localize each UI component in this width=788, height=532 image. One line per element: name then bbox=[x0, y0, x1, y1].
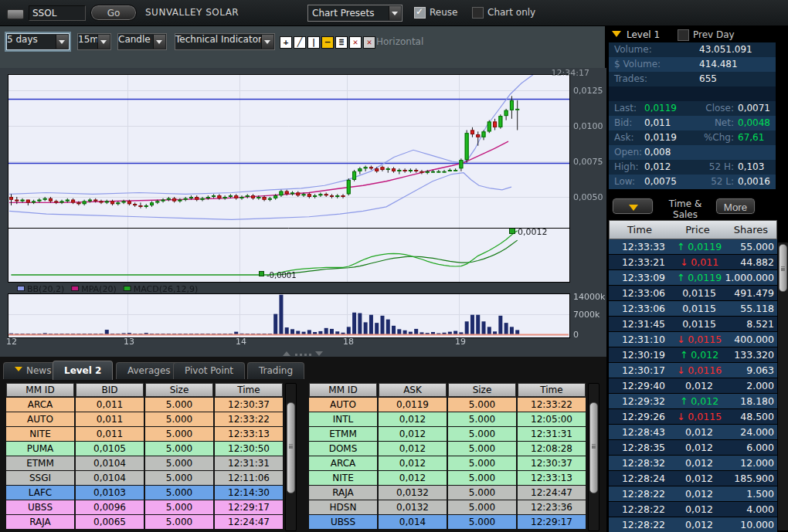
chevron-down-icon[interactable] bbox=[153, 35, 165, 49]
time-sales-row[interactable]: 12:29:26↓ 0,011548.500 bbox=[609, 409, 777, 424]
time-cell: 12:29:26 bbox=[615, 409, 672, 424]
more-button[interactable]: More bbox=[716, 198, 755, 214]
reuse-checkbox[interactable] bbox=[414, 7, 426, 19]
table-row-bid[interactable]: SSGI0,01045.00012:11:06 bbox=[6, 471, 283, 485]
time-sales-row[interactable]: 12:29:400,0122.000 bbox=[609, 378, 777, 393]
tab-trading[interactable]: Trading bbox=[247, 362, 304, 379]
time-cell: 12:28:32 bbox=[615, 456, 672, 470]
time-sales-row[interactable]: 12:28:240,012185.900 bbox=[609, 471, 777, 486]
time-sales-row[interactable]: 12:33:09↑ 0,01191.000.000 bbox=[609, 270, 777, 285]
chevron-down-icon[interactable] bbox=[389, 6, 401, 20]
technical-indicators-dropdown[interactable]: Technical Indicators bbox=[175, 33, 275, 50]
time-sales-row[interactable]: 12:28:350,0126.000 bbox=[609, 440, 777, 455]
table-row-bid[interactable]: LAFC0,01035.00012:14:30 bbox=[6, 486, 283, 500]
scrollbar-thumb[interactable] bbox=[287, 402, 295, 493]
time-sales-row[interactable]: 12:33:060,0115491.479 bbox=[609, 286, 777, 300]
size-cell: 5.000 bbox=[145, 456, 213, 470]
shares-cell: 6.000 bbox=[709, 440, 774, 455]
time-sales-row[interactable]: 12:31:450,01158.521 bbox=[609, 317, 777, 331]
time-sales-row[interactable]: 12:30:17↓ 0,01169.063 bbox=[609, 363, 777, 378]
chart-only-label: Chart only bbox=[487, 7, 535, 18]
time-sales-scrollbar[interactable] bbox=[777, 242, 788, 531]
mm-id-cell: AUTO bbox=[6, 412, 74, 426]
time-sales-row[interactable]: 12:28:320,01212.000 bbox=[609, 456, 777, 470]
prev-day-checkbox[interactable] bbox=[678, 29, 689, 41]
table-row-bid[interactable]: NITE0,0115.00012:33:13 bbox=[6, 427, 283, 441]
table-row-bid[interactable]: RAJA0,00655.00012:24:47 bbox=[6, 515, 283, 529]
tab-pivot-point[interactable]: Pivot Point bbox=[173, 362, 245, 379]
table-row-bid[interactable]: ARCA0,0115.00012:30:37 bbox=[6, 398, 283, 412]
price-cell: 0,012 bbox=[379, 456, 447, 470]
scrollbar-thumb[interactable] bbox=[589, 402, 598, 493]
time-sales-row[interactable]: 12:28:220,0121.500 bbox=[609, 486, 777, 501]
go-button[interactable]: Go bbox=[91, 5, 136, 20]
table-row-ask[interactable]: AUTO0,01195.00012:33:22 bbox=[309, 398, 586, 412]
trend-line-tool-icon[interactable]: ╱ bbox=[294, 36, 306, 49]
time-cell: 12:28:22 bbox=[615, 502, 672, 517]
tab-level-2[interactable]: Level 2 bbox=[53, 361, 113, 380]
table-row-ask[interactable]: ETMM0,0125.00012:31:31 bbox=[309, 427, 586, 441]
table-row-bid[interactable]: ETMM0,01045.00012:31:31 bbox=[6, 456, 283, 470]
table-row-ask[interactable]: NITE0,0125.00012:33:13 bbox=[309, 471, 586, 485]
level1-row: High:0,01252 H:0,103 bbox=[609, 160, 776, 175]
time-sales-row[interactable]: 12:28:430,01224.000 bbox=[609, 425, 777, 439]
time-sales-row[interactable]: 12:33:21↓ 0,01144.882 bbox=[609, 255, 777, 269]
fibonacci-lines-tool-icon[interactable]: ≣ bbox=[335, 36, 348, 49]
window-icon[interactable] bbox=[7, 9, 24, 19]
table-row-bid[interactable]: AUTO0,0115.00012:33:22 bbox=[6, 412, 283, 426]
table-row-ask[interactable]: RAJA0,01325.00012:24:47 bbox=[309, 486, 586, 500]
time-sales-row[interactable]: 12:28:220,01210.000 bbox=[609, 517, 777, 532]
chart-presets-dropdown[interactable]: Chart Presets bbox=[307, 5, 402, 22]
bid-table: MM IDBIDSizeTimeARCA0,0115.00012:30:37AU… bbox=[6, 383, 283, 530]
period-dropdown[interactable]: 5 days bbox=[6, 33, 70, 50]
size-cell: 5.000 bbox=[448, 456, 516, 470]
symbol-input[interactable] bbox=[29, 5, 86, 21]
scrollbar-thumb[interactable] bbox=[779, 244, 787, 292]
time-sales-row[interactable]: 12:33:060,011555.118 bbox=[609, 301, 777, 316]
time-sales-row[interactable]: 12:30:19↑ 0,012133.320 bbox=[609, 347, 777, 362]
delete-drawing-tool-icon[interactable]: ✕ bbox=[349, 36, 362, 49]
table-row-ask[interactable]: ARCA0,0125.00012:30:37 bbox=[309, 456, 586, 470]
chevron-down-icon[interactable] bbox=[261, 35, 273, 49]
table-row-ask[interactable]: UBSS0,0145.00012:29:17 bbox=[309, 515, 586, 529]
level1-row: Low:0,007552 L:0,0016 bbox=[609, 175, 776, 189]
chevron-down-icon[interactable] bbox=[97, 35, 110, 49]
price-volume-chart[interactable] bbox=[0, 68, 606, 357]
time-sales-row[interactable]: 12:33:33↑ 0,011955.000 bbox=[609, 239, 777, 254]
mm-id-cell: HDSN bbox=[309, 500, 377, 514]
crosshair-tool-icon[interactable]: + bbox=[280, 36, 292, 49]
level1-spacer bbox=[609, 86, 776, 101]
delete-all-drawings-tool-icon[interactable]: ✕ bbox=[363, 36, 375, 49]
chevron-down-icon[interactable] bbox=[56, 35, 68, 49]
ask-table-scrollbar[interactable] bbox=[588, 383, 599, 531]
prev-day-label: Prev Day bbox=[693, 29, 735, 40]
tab-averages[interactable]: Averages bbox=[116, 362, 182, 379]
time-sales-row[interactable]: 12:29:32↑ 0,01218.180 bbox=[609, 394, 777, 408]
vertical-line-tool-icon[interactable]: | bbox=[307, 36, 320, 49]
time-sales-row[interactable]: 12:31:10↓ 0,0115400.000 bbox=[609, 332, 777, 347]
level1-value: 0,0016 bbox=[738, 175, 770, 189]
bid-table-scrollbar[interactable] bbox=[285, 383, 297, 531]
company-name: SUNVALLEY SOLAR bbox=[145, 7, 239, 18]
level1-collapse-icon[interactable] bbox=[612, 31, 621, 42]
size-cell: 5.000 bbox=[448, 486, 516, 500]
column-header-time: Time bbox=[215, 383, 283, 397]
trading-app-window: Go SUNVALLEY SOLAR Chart Presets Reuse C… bbox=[0, 0, 788, 532]
time-sales-dropdown-button[interactable] bbox=[613, 198, 653, 214]
chart-style-dropdown[interactable]: Candle bbox=[117, 33, 167, 50]
horizontal-line-tool-icon[interactable]: — bbox=[321, 36, 334, 49]
shares-cell: 1.500 bbox=[709, 486, 774, 501]
table-row-bid[interactable]: UBSS0,00965.00012:29:17 bbox=[6, 500, 283, 514]
table-row-bid[interactable]: PUMA0,01055.00012:30:50 bbox=[6, 442, 283, 456]
chart-only-checkbox[interactable] bbox=[472, 7, 484, 19]
interval-dropdown[interactable]: 15m bbox=[77, 33, 111, 50]
mm-id-cell: INTL bbox=[309, 412, 377, 426]
table-row-ask[interactable]: DOMS0,0125.00012:08:28 bbox=[309, 442, 586, 456]
time-sales-row[interactable]: 12:28:220,0124.000 bbox=[609, 502, 777, 517]
mm-id-cell: ARCA bbox=[6, 398, 74, 412]
price-cell: 0,011 bbox=[76, 412, 144, 426]
mm-id-cell: NITE bbox=[309, 471, 377, 485]
table-row-ask[interactable]: HDSN0,01325.00012:23:36 bbox=[309, 500, 586, 514]
mm-id-cell: LAFC bbox=[6, 486, 74, 500]
table-row-ask[interactable]: INTL0,0125.00012:05:00 bbox=[309, 412, 586, 426]
